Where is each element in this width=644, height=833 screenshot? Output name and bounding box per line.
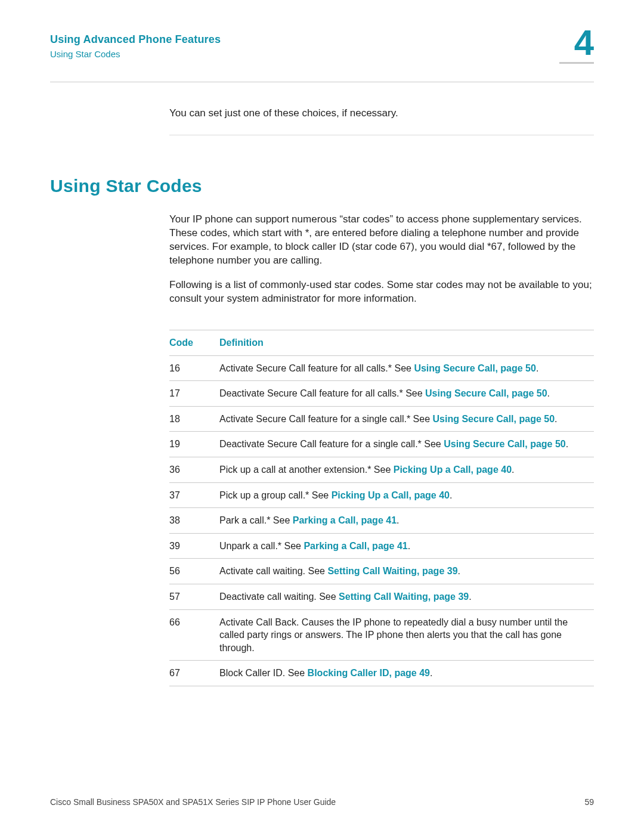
paragraph: Your IP phone can support numerous “star… xyxy=(169,213,594,268)
paragraph: Following is a list of commonly-used sta… xyxy=(169,278,594,306)
cell-code: 56 xyxy=(169,559,219,584)
definition-text: Activate Call Back. Causes the IP phone … xyxy=(219,617,568,653)
definition-suffix: . xyxy=(408,541,410,551)
header-divider xyxy=(50,82,594,82)
chapter-number-block: 4 xyxy=(559,25,594,64)
cross-reference-link[interactable]: Picking Up a Call, page 40 xyxy=(394,465,512,475)
definition-suffix: . xyxy=(566,439,568,449)
cell-definition: Pick up a group call.* See Picking Up a … xyxy=(219,482,594,508)
intro-block: You can set just one of these choices, i… xyxy=(50,107,594,135)
table-row: 57Deactivate call waiting. See Setting C… xyxy=(169,584,594,609)
cell-code: 37 xyxy=(169,482,219,508)
definition-text: Activate Secure Call feature for all cal… xyxy=(219,363,414,373)
cell-code: 16 xyxy=(169,355,219,381)
table-row: 17Deactivate Secure Call feature for all… xyxy=(169,381,594,407)
cell-code: 66 xyxy=(169,609,219,661)
table-row: 36Pick up a call at another extension.* … xyxy=(169,457,594,483)
footer-title: Cisco Small Business SPA50X and SPA51X S… xyxy=(50,797,336,807)
table-row: 39Unpark a call.* See Parking a Call, pa… xyxy=(169,533,594,559)
definition-suffix: . xyxy=(555,414,557,424)
definition-text: Unpark a call.* See xyxy=(219,541,304,551)
table-row: 16Activate Secure Call feature for all c… xyxy=(169,355,594,381)
table-row: 37Pick up a group call.* See Picking Up … xyxy=(169,482,594,508)
definition-suffix: . xyxy=(430,668,432,678)
definition-suffix: . xyxy=(397,515,399,525)
cross-reference-link[interactable]: Parking a Call, page 41 xyxy=(293,515,397,525)
col-header-code: Code xyxy=(169,330,219,355)
cell-definition: Activate Call Back. Causes the IP phone … xyxy=(219,609,594,661)
definition-suffix: . xyxy=(469,592,471,602)
cross-reference-link[interactable]: Picking Up a Call, page 40 xyxy=(332,490,450,500)
page-header: Using Advanced Phone Features Using Star… xyxy=(50,33,594,82)
chapter-title: Using Advanced Phone Features xyxy=(50,33,594,46)
definition-text: Deactivate Secure Call feature for a sin… xyxy=(219,439,444,449)
table-row: 18Activate Secure Call feature for a sin… xyxy=(169,406,594,432)
cross-reference-link[interactable]: Using Secure Call, page 50 xyxy=(414,363,536,373)
page: Using Advanced Phone Features Using Star… xyxy=(0,0,644,833)
col-header-definition: Definition xyxy=(219,330,594,355)
definition-suffix: . xyxy=(547,388,550,398)
cross-reference-link[interactable]: Blocking Caller ID, page 49 xyxy=(308,668,430,678)
table-row: 19Deactivate Secure Call feature for a s… xyxy=(169,432,594,457)
intro-divider xyxy=(169,135,594,135)
cell-definition: Block Caller ID. See Blocking Caller ID,… xyxy=(219,661,594,686)
cell-definition: Deactivate Secure Call feature for a sin… xyxy=(219,432,594,457)
definition-text: Park a call.* See xyxy=(219,515,293,525)
definition-text: Deactivate call waiting. See xyxy=(219,592,339,602)
definition-suffix: . xyxy=(458,566,460,576)
cell-code: 19 xyxy=(169,432,219,457)
definition-text: Block Caller ID. See xyxy=(219,668,308,678)
cell-definition: Activate call waiting. See Setting Call … xyxy=(219,559,594,584)
cell-definition: Pick up a call at another extension.* Se… xyxy=(219,457,594,483)
cell-definition: Activate Secure Call feature for a singl… xyxy=(219,406,594,432)
cell-code: 36 xyxy=(169,457,219,483)
cell-definition: Deactivate Secure Call feature for all c… xyxy=(219,381,594,407)
definition-text: Pick up a group call.* See xyxy=(219,490,332,500)
cell-code: 67 xyxy=(169,661,219,686)
cross-reference-link[interactable]: Using Secure Call, page 50 xyxy=(444,439,566,449)
cross-reference-link[interactable]: Using Secure Call, page 50 xyxy=(425,388,547,398)
table-row: 56Activate call waiting. See Setting Cal… xyxy=(169,559,594,584)
cell-code: 17 xyxy=(169,381,219,407)
footer-page-number: 59 xyxy=(584,797,594,807)
section-heading: Using Star Codes xyxy=(50,176,594,196)
cell-code: 39 xyxy=(169,533,219,559)
cell-definition: Park a call.* See Parking a Call, page 4… xyxy=(219,508,594,534)
table-row: 38Park a call.* See Parking a Call, page… xyxy=(169,508,594,534)
definition-text: Activate call waiting. See xyxy=(219,566,327,576)
cell-code: 57 xyxy=(169,584,219,609)
definition-suffix: . xyxy=(536,363,538,373)
intro-text: You can set just one of these choices, i… xyxy=(169,107,594,119)
definition-text: Activate Secure Call feature for a singl… xyxy=(219,414,433,424)
cross-reference-link[interactable]: Parking a Call, page 41 xyxy=(304,541,407,551)
page-footer: Cisco Small Business SPA50X and SPA51X S… xyxy=(50,797,594,807)
cell-code: 38 xyxy=(169,508,219,534)
cross-reference-link[interactable]: Setting Call Waiting, page 39 xyxy=(327,566,457,576)
section-body: Your IP phone can support numerous “star… xyxy=(50,213,594,686)
table-row: 67Block Caller ID. See Blocking Caller I… xyxy=(169,661,594,686)
breadcrumb: Using Star Codes xyxy=(50,49,594,59)
cell-definition: Deactivate call waiting. See Setting Cal… xyxy=(219,584,594,609)
cell-definition: Unpark a call.* See Parking a Call, page… xyxy=(219,533,594,559)
cell-code: 18 xyxy=(169,406,219,432)
table-row: 66Activate Call Back. Causes the IP phon… xyxy=(169,609,594,661)
cell-definition: Activate Secure Call feature for all cal… xyxy=(219,355,594,381)
definition-text: Deactivate Secure Call feature for all c… xyxy=(219,388,425,398)
definition-suffix: . xyxy=(450,490,452,500)
chapter-number: 4 xyxy=(559,25,594,61)
cross-reference-link[interactable]: Using Secure Call, page 50 xyxy=(433,414,555,424)
cross-reference-link[interactable]: Setting Call Waiting, page 39 xyxy=(339,592,469,602)
star-codes-table: Code Definition 16Activate Secure Call f… xyxy=(169,330,594,686)
definition-text: Pick up a call at another extension.* Se… xyxy=(219,465,394,475)
definition-suffix: . xyxy=(512,465,514,475)
